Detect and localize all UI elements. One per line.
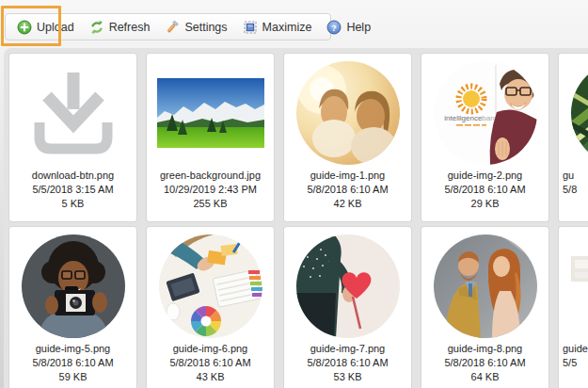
thumbnail-download-arrow <box>9 60 136 166</box>
file-size: 64 KB <box>421 370 548 384</box>
file-size: 5 KB <box>9 197 136 211</box>
svg-text:?: ? <box>331 22 337 32</box>
upload-highlight-box <box>1 6 61 46</box>
file-card-download-btn[interactable]: download-btn.png 5/5/2018 3:15 AM 5 KB <box>9 54 136 221</box>
help-button-label: Help <box>346 21 371 34</box>
file-name: guide-img-2.png <box>421 169 548 183</box>
help-circle-icon: ? <box>326 20 342 35</box>
file-size: 42 KB <box>284 197 411 211</box>
file-card-guide-img-2[interactable]: intelligencebank <box>421 54 548 221</box>
file-grid-panel: download-btn.png 5/5/2018 3:15 AM 5 KB <box>4 48 588 388</box>
maximize-button-label: Maximize <box>262 21 312 34</box>
thumbnail-design-desk <box>159 234 262 338</box>
file-date: 5/5/2018 3:15 AM <box>9 183 136 197</box>
file-date: 10/29/2019 2:43 PM <box>147 183 274 197</box>
file-card-guide-img-8[interactable]: guide-img-8.png 5/8/2018 6:10 AM 64 KB <box>421 227 548 388</box>
refresh-button-label: Refresh <box>109 21 151 34</box>
file-name-fragment: gu <box>559 169 588 183</box>
maximize-button[interactable]: Maximize <box>235 17 320 38</box>
file-name: guide-img-8.png <box>421 342 548 356</box>
wrench-icon <box>165 20 180 35</box>
settings-button[interactable]: Settings <box>157 17 234 38</box>
thumbnail-couple <box>434 234 537 338</box>
file-name: guide-img-1.png <box>284 169 411 183</box>
file-card-guide-img-5[interactable]: guide-img-5.png 5/8/2018 6:10 AM 59 KB <box>9 227 136 388</box>
file-card-partial-top-right[interactable]: gu 5/8 <box>559 54 588 221</box>
file-name: download-btn.png <box>9 169 136 183</box>
file-date-fragment: 5/8 <box>559 183 588 197</box>
file-date: 5/8/2018 6:10 AM <box>284 356 411 370</box>
svg-text:intelligencebank: intelligencebank <box>444 114 499 122</box>
thumbnail-brand-card-man: intelligencebank <box>434 61 537 165</box>
file-size: 43 KB <box>147 370 274 384</box>
thumbnail-heart-in-hand <box>296 234 400 338</box>
file-name-fragment: guide <box>559 342 588 356</box>
file-card-partial-bottom-right[interactable]: guide 5/5 <box>559 227 588 388</box>
file-manager-screen: Upload Refresh Settings <box>0 0 588 388</box>
file-date: 5/8/2018 6:10 AM <box>421 183 548 197</box>
refresh-button[interactable]: Refresh <box>82 17 158 38</box>
thumbnail-photographer <box>22 234 125 338</box>
file-date: 5/8/2018 6:10 AM <box>9 356 136 370</box>
file-date: 5/8/2018 6:10 AM <box>284 183 411 197</box>
file-size: 53 KB <box>284 370 411 384</box>
thumbnail-mountain-landscape <box>147 60 274 166</box>
file-size: 59 KB <box>9 370 136 384</box>
file-card-green-background[interactable]: green-background.jpg 10/29/2019 2:43 PM … <box>147 54 274 221</box>
thumbnail-warm-portrait <box>296 61 400 165</box>
settings-button-label: Settings <box>184 21 227 34</box>
file-name: guide-img-7.png <box>284 342 411 356</box>
file-name: guide-img-6.png <box>147 342 274 356</box>
file-card-guide-img-7[interactable]: guide-img-7.png 5/8/2018 6:10 AM 53 KB <box>284 227 411 388</box>
refresh-arrows-icon <box>89 20 104 35</box>
file-date: 5/8/2018 6:10 AM <box>421 356 548 370</box>
file-card-guide-img-6[interactable]: guide-img-6.png 5/8/2018 6:10 AM 43 KB <box>147 227 274 388</box>
file-name: green-background.jpg <box>147 169 274 183</box>
file-card-guide-img-1[interactable]: guide-img-1.png 5/8/2018 6:10 AM 42 KB <box>284 54 411 221</box>
file-date: 5/8/2018 6:10 AM <box>147 356 274 370</box>
file-grid: download-btn.png 5/5/2018 3:15 AM 5 KB <box>4 48 588 388</box>
file-size: 255 KB <box>147 197 274 211</box>
maximize-window-icon <box>243 20 258 35</box>
file-size: 29 KB <box>421 197 548 211</box>
file-date-fragment: 5/5 <box>559 356 588 370</box>
thumbnail-light-photo <box>559 234 588 339</box>
thumbnail-green-leaves <box>571 61 588 165</box>
file-name: guide-img-5.png <box>9 342 136 356</box>
help-button[interactable]: ? Help <box>319 17 378 38</box>
